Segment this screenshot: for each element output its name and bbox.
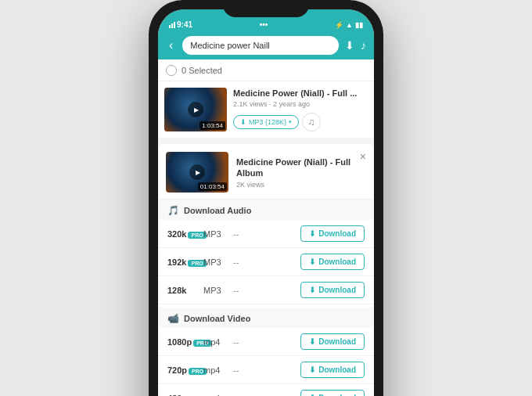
phone-frame: 9:41 ••• ⚡ ▲ ▮▮ ‹ Medicine power Naill [149, 0, 383, 396]
status-center: ••• [260, 20, 268, 29]
modal-duration: 01:03:54 [198, 182, 227, 191]
dl-btn-label: Download [318, 257, 356, 266]
audio-dl-row: 192kPRO MP3 -- ⬇ Download [158, 248, 374, 276]
modal-video-meta: 2K views [236, 181, 366, 189]
thumb-duration: 1:03:54 [200, 121, 225, 130]
status-left: 9:41 [169, 20, 192, 29]
dl-format: MP3 [203, 257, 228, 267]
dl-arrow-icon: ⬇ [309, 257, 315, 266]
audio-rows-container: 320kPRO MP3 -- ⬇ Download 192kPRO MP3 --… [158, 220, 374, 304]
dl-arrow-icon: ⬇ [309, 365, 315, 374]
audio-dl-row: 128k MP3 -- ⬇ Download [158, 276, 374, 304]
download-btn-row: ⬇ MP3 (128K) ▾ ♫ [233, 113, 368, 131]
dl-size: -- [233, 257, 296, 267]
download-nav-icon[interactable]: ⬇ [345, 39, 354, 52]
dl-btn-label: Download [318, 286, 356, 294]
download-button[interactable]: ⬇ Download [300, 282, 365, 298]
nav-icons: ⬇ ♪ [345, 39, 366, 52]
video-section-title: Download Video [184, 314, 250, 323]
modal-play-icon: ▶ [189, 164, 205, 180]
dl-btn-label: Download [318, 337, 356, 346]
signal-icon [169, 22, 175, 28]
video-dl-row: 720pPRO mp4 -- ⬇ Download [158, 356, 374, 384]
nav-bar: ‹ Medicine power Naill ⬇ ♪ [158, 31, 374, 59]
dl-quality: 128k [167, 286, 199, 295]
dl-format: mp4 [203, 365, 228, 375]
dl-format: mp4 [203, 337, 228, 347]
music-section-icon: 🎵 [167, 205, 179, 216]
chevron-down-icon: ▾ [289, 119, 292, 125]
modal-video-title: Medicine Power (Niall) - Full Album [236, 157, 366, 179]
search-bar[interactable]: Medicine power Naill [182, 36, 339, 55]
video-info: Medicine Power (Niall) - Full ... 2.1K v… [233, 88, 368, 131]
selected-count: 0 Selected [182, 66, 222, 75]
selected-bar: 0 Selected [158, 59, 374, 81]
bluetooth-icon: ⚡ [335, 21, 343, 29]
video-download-section: 📹 Download Video 1080pPRO mp4 -- ⬇ Downl… [158, 308, 374, 396]
dl-btn-label: Download [318, 365, 356, 374]
battery-icon: ▮▮ [355, 21, 363, 29]
audio-section-title: Download Audio [184, 206, 251, 215]
download-button[interactable]: ⬇ Download [300, 333, 365, 350]
video-dl-row: 1080pPRO mp4 -- ⬇ Download [158, 328, 374, 356]
phone-notch [223, 0, 309, 17]
dl-quality: 1080pPRO [167, 337, 199, 347]
audio-section-header: 🎵 Download Audio [158, 200, 374, 220]
download-modal: × ▶ 01:03:54 Medicine Power (Niall) - Fu… [158, 144, 374, 396]
status-dots: ••• [260, 20, 268, 29]
dl-arrow-icon: ⬇ [309, 286, 315, 294]
dl-format: MP3 [203, 286, 228, 295]
video-title: Medicine Power (Niall) - Full ... [233, 88, 368, 99]
modal-thumbnail: ▶ 01:03:54 [166, 152, 228, 193]
download-button[interactable]: ⬇ Download [300, 225, 365, 242]
download-button[interactable]: ⬇ Download [300, 362, 365, 378]
video-section-icon: 📹 [167, 313, 179, 324]
audio-dl-row: 320kPRO MP3 -- ⬇ Download [158, 220, 374, 248]
modal-preview: ▶ 01:03:54 Medicine Power (Niall) - Full… [158, 144, 374, 200]
status-right: ⚡ ▲ ▮▮ [335, 21, 363, 29]
video-rows-container: 1080pPRO mp4 -- ⬇ Download 720pPRO mp4 -… [158, 328, 374, 396]
dl-size: -- [233, 229, 296, 239]
dl-size: -- [233, 337, 296, 347]
dl-btn-label: Download [318, 229, 356, 238]
video-dl-row: 480p mp4 -- ⬇ Download [158, 384, 374, 396]
mp3-label: MP3 (128K) [249, 118, 286, 126]
video-section-header: 📹 Download Video [158, 308, 374, 328]
phone-screen: 9:41 ••• ⚡ ▲ ▮▮ ‹ Medicine power Naill [158, 9, 374, 396]
play-icon: ▶ [188, 102, 203, 117]
dl-arrow-icon: ⬇ [309, 337, 315, 346]
modal-close-button[interactable]: × [360, 150, 366, 163]
music-dl-icon: ♫ [308, 117, 315, 128]
select-circle-icon[interactable] [166, 65, 177, 76]
back-button[interactable]: ‹ [166, 35, 176, 56]
video-meta: 2.1K views · 2 years ago [233, 100, 368, 108]
video-card: ▶ 1:03:54 Medicine Power (Niall) - Full … [158, 81, 374, 138]
dl-quality: 720pPRO [167, 365, 199, 375]
status-time: 9:41 [177, 20, 192, 29]
dl-quality: 320kPRO [167, 229, 199, 239]
modal-video-info: Medicine Power (Niall) - Full Album 2K v… [236, 157, 366, 189]
search-text: Medicine power Naill [190, 41, 270, 50]
audio-download-section: 🎵 Download Audio 320kPRO MP3 -- ⬇ Downlo… [158, 200, 374, 304]
quick-dl-button[interactable]: ♫ [302, 113, 321, 131]
dl-quality: 192kPRO [167, 257, 199, 267]
video-thumbnail[interactable]: ▶ 1:03:54 [164, 88, 227, 131]
mp3-download-btn[interactable]: ⬇ MP3 (128K) ▾ [233, 115, 299, 129]
dl-format: MP3 [203, 229, 228, 239]
download-button[interactable]: ⬇ Download [300, 390, 365, 396]
dl-size: -- [233, 286, 296, 295]
wifi-icon: ▲ [346, 21, 353, 29]
music-nav-icon[interactable]: ♪ [361, 39, 366, 52]
dl-size: -- [233, 365, 296, 375]
mp3-dl-icon: ⬇ [240, 118, 246, 126]
download-button[interactable]: ⬇ Download [300, 254, 365, 270]
dl-arrow-icon: ⬇ [309, 229, 315, 238]
